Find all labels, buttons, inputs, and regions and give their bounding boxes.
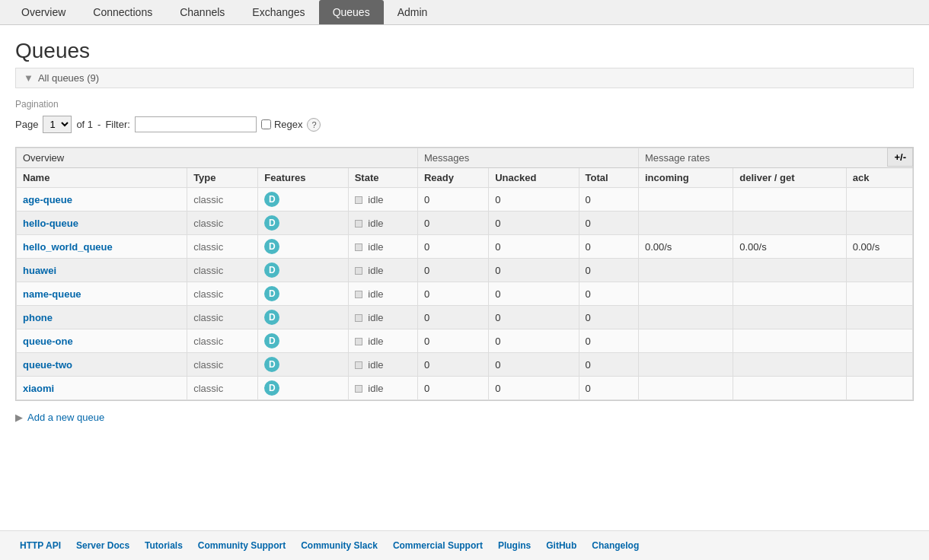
help-button[interactable]: ? (307, 118, 321, 132)
cell-ack (846, 353, 912, 377)
cell-type: classic (187, 259, 258, 282)
cell-name[interactable]: huawei (17, 259, 187, 282)
cell-unacked: 0 (489, 212, 579, 235)
state-icon (355, 220, 362, 228)
cell-unacked: 0 (489, 377, 579, 400)
cell-ready: 0 (417, 377, 488, 400)
state-icon (355, 314, 362, 322)
state-icon (355, 361, 362, 369)
add-queue-section[interactable]: ▶ Add a new queue (15, 412, 914, 423)
cell-name[interactable]: age-queue (17, 188, 187, 212)
filter-dash: - (97, 119, 101, 130)
cell-total: 0 (579, 377, 638, 400)
cell-ready: 0 (417, 282, 488, 306)
table-row: xiaomi classic D idle 0 0 0 (17, 377, 913, 400)
nav-connections[interactable]: Connections (79, 0, 166, 24)
feature-badge: D (264, 192, 279, 207)
cell-ack: 0.00/s (846, 235, 912, 259)
cell-name[interactable]: hello_world_queue (17, 235, 187, 259)
cell-name[interactable]: queue-two (17, 353, 187, 377)
state-text: idle (368, 383, 383, 394)
table-row: name-queue classic D idle 0 0 0 (17, 282, 913, 306)
cell-type: classic (187, 212, 258, 235)
cell-type: classic (187, 282, 258, 306)
cell-name[interactable]: queue-one (17, 329, 187, 353)
queue-table: Overview Messages Message rates Name Typ… (16, 148, 913, 400)
cell-features: D (258, 235, 348, 259)
cell-unacked: 0 (489, 259, 579, 282)
cell-name[interactable]: name-queue (17, 282, 187, 306)
top-nav: Overview Connections Channels Exchanges … (0, 0, 929, 25)
cell-ready: 0 (417, 306, 488, 329)
state-text: idle (368, 312, 383, 323)
all-queues-header[interactable]: ▼ All queues (9) (15, 68, 914, 88)
state-icon (355, 267, 362, 275)
feature-badge: D (264, 286, 279, 301)
cell-incoming (638, 306, 733, 329)
cell-type: classic (187, 306, 258, 329)
nav-admin[interactable]: Admin (384, 0, 442, 24)
cell-total: 0 (579, 306, 638, 329)
cell-total: 0 (579, 353, 638, 377)
cell-deliver-get (733, 377, 846, 400)
cell-state: idle (348, 235, 417, 259)
cell-features: D (258, 282, 348, 306)
state-text: idle (368, 288, 383, 300)
feature-badge: D (264, 310, 279, 325)
plus-minus-button[interactable]: +/- (887, 148, 913, 167)
cell-unacked: 0 (489, 282, 579, 306)
cell-state: idle (348, 188, 417, 212)
cell-ready: 0 (417, 188, 488, 212)
cell-unacked: 0 (489, 306, 579, 329)
filter-input[interactable] (135, 116, 257, 132)
cell-ready: 0 (417, 329, 488, 353)
th-features: Features (258, 168, 348, 188)
cell-deliver-get (733, 212, 846, 235)
regex-checkbox[interactable] (261, 119, 271, 129)
of-label: of 1 (76, 119, 93, 130)
cell-type: classic (187, 353, 258, 377)
cell-total: 0 (579, 282, 638, 306)
th-ack: ack (846, 168, 912, 188)
add-queue-label: Add a new queue (27, 412, 104, 423)
state-text: idle (368, 336, 383, 347)
table-row: hello-queue classic D idle 0 0 0 (17, 212, 913, 235)
page-title: Queues (15, 39, 914, 63)
cell-total: 0 (579, 329, 638, 353)
th-total: Total (579, 168, 638, 188)
cell-incoming (638, 377, 733, 400)
cell-ready: 0 (417, 259, 488, 282)
cell-state: idle (348, 306, 417, 329)
cell-incoming: 0.00/s (638, 235, 733, 259)
nav-queues[interactable]: Queues (319, 0, 384, 24)
cell-incoming (638, 212, 733, 235)
nav-exchanges[interactable]: Exchanges (238, 0, 318, 24)
cell-incoming (638, 329, 733, 353)
pagination-label: Pagination (15, 99, 914, 110)
nav-overview[interactable]: Overview (8, 0, 79, 24)
cell-name[interactable]: xiaomi (17, 377, 187, 400)
nav-channels[interactable]: Channels (166, 0, 238, 24)
cell-state: idle (348, 212, 417, 235)
cell-incoming (638, 259, 733, 282)
cell-state: idle (348, 353, 417, 377)
cell-type: classic (187, 188, 258, 212)
cell-deliver-get (733, 259, 846, 282)
state-text: idle (368, 241, 383, 253)
cell-ack (846, 282, 912, 306)
page-select[interactable]: 1 (43, 116, 72, 133)
pagination-row: Page 1 of 1 - Filter: Regex ? (15, 116, 914, 133)
table-row: queue-one classic D idle 0 0 0 (17, 329, 913, 353)
regex-label[interactable]: Regex (261, 119, 303, 130)
cell-features: D (258, 329, 348, 353)
cell-name[interactable]: hello-queue (17, 212, 187, 235)
state-text: idle (368, 265, 383, 276)
cell-name[interactable]: phone (17, 306, 187, 329)
queue-table-wrapper: +/- Overview Messages Message rates Name… (15, 147, 914, 401)
state-text: idle (368, 218, 383, 229)
cell-total: 0 (579, 188, 638, 212)
th-ready: Ready (417, 168, 488, 188)
cell-type: classic (187, 329, 258, 353)
th-deliver-get: deliver / get (733, 168, 846, 188)
th-name: Name (17, 168, 187, 188)
